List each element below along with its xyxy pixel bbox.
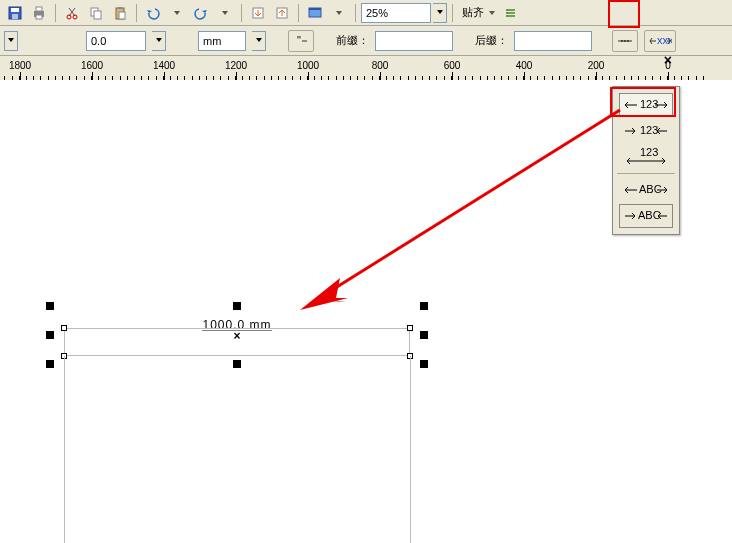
page-edge — [64, 356, 65, 543]
print-icon[interactable] — [28, 2, 50, 24]
precision-dropdown-button[interactable] — [152, 31, 166, 51]
dim-style-text-between[interactable]: 123 — [619, 93, 673, 117]
svg-rect-5 — [36, 15, 42, 19]
selection-handle[interactable] — [233, 302, 241, 310]
ruler-number: 600 — [444, 60, 461, 71]
svg-text:123: 123 — [640, 98, 658, 110]
selection-handle[interactable] — [233, 360, 241, 368]
export-icon[interactable] — [271, 2, 293, 24]
svg-rect-4 — [36, 7, 42, 11]
fullscreen-icon[interactable] — [304, 2, 326, 24]
undo-icon[interactable] — [142, 2, 164, 24]
dim-style-abc-between-arrows[interactable]: ABC — [619, 204, 673, 228]
svg-rect-18 — [309, 8, 321, 10]
ruler-number: 200 — [588, 60, 605, 71]
dim-style-text-between-arrows[interactable]: 123 — [619, 119, 673, 143]
dropdown-caret-icon[interactable] — [328, 2, 350, 24]
ruler-number: 800 — [372, 60, 389, 71]
separator — [55, 4, 56, 22]
svg-point-19 — [506, 9, 508, 11]
text-position-flyout: 123 123 123 ABC ABC — [612, 86, 680, 235]
selection-handle[interactable] — [420, 331, 428, 339]
suffix-label: 后缀： — [475, 33, 508, 48]
show-units-button[interactable]: " — [288, 30, 314, 52]
import-icon[interactable] — [247, 2, 269, 24]
svg-point-27 — [627, 40, 629, 42]
zoom-input[interactable]: 25% — [361, 3, 431, 23]
precision-value: 0.0 — [91, 35, 106, 47]
svg-text:ABC: ABC — [638, 209, 661, 221]
units-dropdown-button[interactable] — [252, 31, 266, 51]
selection-handle[interactable] — [420, 302, 428, 310]
dropdown-caret-icon[interactable] — [214, 2, 236, 24]
flyout-separator — [617, 173, 675, 174]
svg-point-26 — [624, 40, 626, 42]
style-dropdown-button[interactable] — [4, 31, 18, 51]
suffix-input[interactable] — [514, 31, 592, 51]
separator — [452, 4, 453, 22]
ruler-number: 1800 — [9, 60, 31, 71]
svg-text:123: 123 — [640, 124, 658, 136]
separator — [298, 4, 299, 22]
selection-handle[interactable] — [46, 331, 54, 339]
zoom-dropdown-button[interactable] — [433, 3, 447, 23]
dynamic-dimension-button[interactable] — [612, 30, 638, 52]
close-icon[interactable]: × — [664, 56, 672, 68]
svg-rect-13 — [118, 7, 122, 9]
svg-rect-2 — [12, 14, 18, 19]
dropdown-caret-icon[interactable] — [166, 2, 188, 24]
svg-point-25 — [621, 40, 623, 42]
standard-toolbar: 25% 贴齐 — [0, 0, 732, 26]
svg-text:123: 123 — [640, 148, 658, 158]
copy-icon[interactable] — [85, 2, 107, 24]
ruler-number: 1400 — [153, 60, 175, 71]
property-bar: 0.0 mm " 前缀： 后缀： xxx — [0, 26, 732, 56]
ruler-number: 400 — [516, 60, 533, 71]
snap-label: 贴齐 — [462, 5, 484, 20]
svg-text:": " — [297, 35, 301, 46]
separator — [241, 4, 242, 22]
text-position-flyout-button[interactable]: xxx — [644, 30, 676, 52]
selection-handle[interactable] — [420, 360, 428, 368]
separator — [355, 4, 356, 22]
paste-icon[interactable] — [109, 2, 131, 24]
dimension-node[interactable] — [407, 325, 413, 331]
horizontal-ruler[interactable]: 180016001400120010008006004002000 × — [0, 56, 732, 80]
save-icon[interactable] — [4, 2, 26, 24]
svg-rect-1 — [11, 8, 19, 12]
svg-point-21 — [506, 15, 508, 17]
page-edge — [410, 356, 411, 543]
dropdown-caret-icon[interactable] — [486, 2, 498, 24]
ruler-number: 1000 — [297, 60, 319, 71]
units-input[interactable]: mm — [198, 31, 246, 51]
units-value: mm — [203, 35, 221, 47]
options-icon[interactable] — [500, 2, 522, 24]
prefix-input[interactable] — [375, 31, 453, 51]
svg-text:ABC: ABC — [639, 183, 662, 195]
ruler-number: 1200 — [225, 60, 247, 71]
dimension-body[interactable] — [64, 328, 410, 356]
separator — [136, 4, 137, 22]
cut-icon[interactable] — [61, 2, 83, 24]
svg-rect-14 — [119, 12, 125, 19]
precision-input[interactable]: 0.0 — [86, 31, 146, 51]
redo-icon[interactable] — [190, 2, 212, 24]
selection-handle[interactable] — [46, 302, 54, 310]
ruler-number: 1600 — [81, 60, 103, 71]
prefix-label: 前缀： — [336, 33, 369, 48]
svg-rect-11 — [94, 11, 101, 19]
selection-handle[interactable] — [46, 360, 54, 368]
dim-style-text-above[interactable]: 123 — [619, 145, 673, 169]
zoom-value: 25% — [366, 7, 388, 19]
svg-point-20 — [506, 12, 508, 14]
dim-style-abc-between[interactable]: ABC — [619, 178, 673, 202]
dimension-node[interactable] — [61, 325, 67, 331]
